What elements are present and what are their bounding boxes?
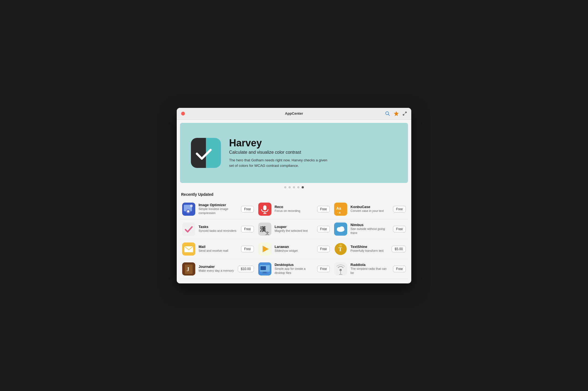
app-icon-tasks (182, 223, 195, 236)
price-btn-desktopius[interactable]: Free (317, 266, 330, 272)
list-item: Nimbus See outside without going there F… (332, 219, 408, 239)
app-name-nimbus: Nimbus (350, 223, 390, 227)
app-desc-image-optimizer: Simple lossless image compression (199, 207, 238, 215)
expand-icon (403, 111, 407, 116)
app-info-journaler: Journaler Make every day a memory (199, 265, 235, 273)
app-info-konbucase: KonbuCase Convert case in your text (350, 205, 390, 213)
price-btn-louper[interactable]: Free (317, 226, 330, 232)
hero-description: The hero that Gotham needs right now. Ha… (229, 158, 333, 168)
app-name-image-optimizer: Image Optimizer (199, 203, 238, 207)
app-icon-louper: 漢 文 (258, 223, 271, 236)
app-desc-journaler: Make every day a memory (199, 269, 235, 273)
tasks-icon-svg (182, 223, 195, 236)
svg-rect-21 (182, 223, 195, 236)
svg-point-13 (190, 205, 193, 207)
app-name-mail: Mail (199, 245, 238, 249)
app-desc-raddiola: The simplest radio that can be (350, 267, 390, 275)
dot-5[interactable] (302, 186, 304, 188)
svg-line-1 (388, 114, 390, 115)
app-info-textshine: TextShine Powerfully transform text (350, 245, 388, 253)
app-desc-mail: Send and receive mail (199, 249, 238, 253)
carousel-dots (177, 186, 411, 188)
svg-rect-42 (262, 273, 268, 273)
list-item: Image Optimizer Simple lossless image co… (180, 199, 256, 219)
svg-marker-2 (394, 111, 399, 116)
textshine-icon-svg: T (334, 242, 347, 256)
list-item: Mail Send and receive mail Free (180, 239, 256, 259)
app-name-desktopius: Desktopius (275, 263, 314, 267)
app-info-mail: Mail Send and receive mail (199, 245, 238, 253)
app-info-louper: Louper Magnify the selected text (275, 225, 314, 233)
app-grid: Image Optimizer Simple lossless image co… (177, 199, 411, 283)
svg-text:T: T (338, 246, 342, 252)
raddiola-icon-svg (334, 262, 347, 276)
svg-rect-43 (260, 266, 266, 270)
list-item: Aa →a KonbuCase Convert case in your tex… (332, 199, 408, 219)
app-window: AppCenter (177, 108, 411, 283)
app-icon-raddiola (334, 262, 347, 276)
app-desc-louper: Magnify the selected text (275, 229, 314, 233)
app-desc-konbucase: Convert case in your text (350, 209, 390, 213)
search-button[interactable] (385, 111, 390, 116)
svg-rect-8 (206, 153, 221, 168)
app-desc-reco: Focus on recording (275, 209, 314, 213)
app-name-tasks: Tasks (199, 225, 238, 229)
app-name-larawan: Larawan (275, 245, 314, 249)
app-icon-mail (182, 242, 195, 256)
svg-text:文: 文 (265, 231, 269, 235)
svg-text:J: J (187, 266, 189, 272)
app-desc-nimbus: See outside without going there (350, 227, 390, 235)
nimbus-icon-svg (334, 223, 347, 236)
badge-button[interactable] (393, 111, 399, 117)
journaler-icon-svg: J (182, 262, 195, 276)
app-info-raddiola: Raddiola The simplest radio that can be (350, 263, 390, 275)
window-title: AppCenter (285, 111, 303, 115)
list-item: 漢 文 Louper Magnify the selected text Fre… (256, 219, 332, 239)
close-button[interactable] (181, 112, 185, 115)
dot-2[interactable] (289, 186, 291, 188)
price-btn-mail[interactable]: Free (241, 246, 254, 252)
price-btn-nimbus[interactable]: Free (393, 226, 406, 232)
hero-app-icon (191, 138, 221, 168)
app-info-reco: Reco Focus on recording (275, 205, 314, 213)
svg-rect-41 (263, 272, 266, 273)
search-icon (385, 111, 390, 116)
svg-rect-5 (191, 138, 206, 153)
price-btn-konbucase[interactable]: Free (393, 206, 406, 212)
app-icon-journaler: J (182, 262, 195, 276)
titlebar-actions (385, 111, 407, 117)
price-btn-journaler[interactable]: $10.00 (238, 266, 254, 272)
price-btn-raddiola[interactable]: Free (393, 266, 406, 272)
svg-point-12 (187, 210, 189, 212)
svg-rect-6 (206, 138, 221, 153)
price-btn-image-optimizer[interactable]: Free (241, 206, 254, 212)
dot-4[interactable] (297, 186, 299, 188)
app-desc-larawan: Slideshow widget (275, 249, 314, 253)
app-info-larawan: Larawan Slideshow widget (275, 245, 314, 253)
app-desc-desktopius: Simple app for create a desktop files (275, 267, 314, 275)
list-item: Raddiola The simplest radio that can be … (332, 259, 408, 279)
app-info-desktopius: Desktopius Simple app for create a deskt… (275, 263, 314, 275)
app-info-image-optimizer: Image Optimizer Simple lossless image co… (199, 203, 238, 215)
price-btn-tasks[interactable]: Free (241, 226, 254, 232)
price-btn-larawan[interactable]: Free (317, 246, 330, 252)
list-item: J Journaler Make every day a memory $10.… (180, 259, 256, 279)
price-btn-reco[interactable]: Free (317, 206, 330, 212)
hero-subtitle: Calculate and visualize color contrast (229, 150, 333, 155)
desktopius-icon-svg (258, 262, 271, 276)
app-name-textshine: TextShine (350, 245, 388, 249)
expand-button[interactable] (403, 111, 407, 116)
price-btn-textshine[interactable]: $5.00 (392, 246, 406, 252)
list-item: Reco Focus on recording Free (256, 199, 332, 219)
app-info-nimbus: Nimbus See outside without going there (350, 223, 390, 235)
dot-1[interactable] (284, 186, 286, 188)
section-title: Recently Updated (177, 190, 411, 199)
svg-text:Aa: Aa (336, 206, 341, 211)
svg-text:→a: →a (336, 211, 341, 214)
list-item: Larawan Slideshow widget Free (256, 239, 332, 259)
hero-banner[interactable]: Harvey Calculate and visualize color con… (180, 123, 408, 183)
dot-3[interactable] (293, 186, 295, 188)
hero-app-name: Harvey (229, 137, 333, 149)
app-icon-image-optimizer (182, 203, 195, 216)
image-optimizer-icon-svg (182, 203, 195, 216)
